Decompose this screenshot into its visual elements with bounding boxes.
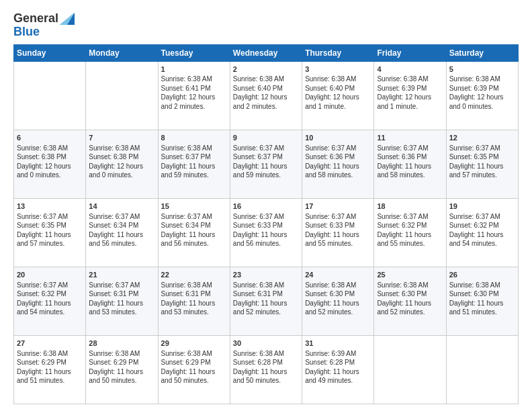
day-info: and 56 minutes. (233, 239, 299, 248)
calendar-cell: 19Sunrise: 6:37 AMSunset: 6:32 PMDayligh… (446, 198, 518, 267)
day-number: 6 (17, 133, 83, 143)
day-info: Sunrise: 6:37 AM (233, 212, 299, 222)
day-number: 8 (161, 133, 227, 143)
day-info: Sunrise: 6:38 AM (17, 144, 83, 153)
day-number: 31 (305, 338, 371, 349)
day-info: Sunset: 6:34 PM (161, 221, 227, 230)
calendar-cell: 14Sunrise: 6:37 AMSunset: 6:34 PMDayligh… (86, 198, 158, 267)
day-info: Sunset: 6:32 PM (17, 289, 83, 299)
calendar-week-row: 27Sunrise: 6:38 AMSunset: 6:29 PMDayligh… (14, 335, 519, 404)
day-number: 28 (89, 338, 154, 349)
day-info: Sunrise: 6:38 AM (233, 75, 299, 84)
calendar-cell: 26Sunrise: 6:38 AMSunset: 6:30 PMDayligh… (446, 267, 518, 335)
day-number: 21 (89, 270, 154, 280)
day-info: and 49 minutes. (305, 376, 371, 385)
day-info: and 57 minutes. (449, 171, 515, 180)
day-info: Daylight: 12 hours (161, 93, 227, 102)
day-info: and 2 minutes. (233, 102, 299, 111)
calendar-cell: 11Sunrise: 6:37 AMSunset: 6:36 PMDayligh… (374, 130, 446, 198)
day-info: and 53 minutes. (89, 308, 154, 317)
day-info: Sunset: 6:30 PM (305, 289, 371, 299)
day-info: and 55 minutes. (305, 239, 371, 248)
day-info: and 0 minutes. (449, 102, 515, 111)
day-info: Sunset: 6:34 PM (89, 221, 154, 230)
calendar-cell (374, 335, 446, 404)
calendar-day-header: Sunday (14, 44, 86, 61)
day-number: 30 (233, 338, 299, 349)
calendar-cell: 7Sunrise: 6:38 AMSunset: 6:38 PMDaylight… (86, 130, 158, 198)
day-info: Sunrise: 6:38 AM (449, 281, 515, 290)
day-info: Daylight: 11 hours (449, 299, 515, 308)
calendar-cell: 3Sunrise: 6:38 AMSunset: 6:40 PMDaylight… (302, 61, 374, 130)
day-info: Sunrise: 6:38 AM (449, 75, 515, 84)
day-number: 20 (17, 270, 83, 280)
calendar-cell: 4Sunrise: 6:38 AMSunset: 6:39 PMDaylight… (374, 61, 446, 130)
calendar-week-row: 6Sunrise: 6:38 AMSunset: 6:38 PMDaylight… (14, 130, 519, 198)
day-info: and 52 minutes. (377, 308, 443, 317)
day-info: Daylight: 11 hours (305, 367, 371, 377)
day-info: and 51 minutes. (17, 376, 83, 385)
day-info: Daylight: 11 hours (89, 230, 154, 240)
day-info: Sunset: 6:37 PM (161, 152, 227, 162)
day-info: Sunset: 6:37 PM (233, 152, 299, 162)
day-info: Sunset: 6:39 PM (377, 84, 443, 93)
day-number: 3 (305, 64, 371, 75)
day-info: Sunrise: 6:38 AM (377, 281, 443, 290)
day-info: and 52 minutes. (305, 308, 371, 317)
logo-bird-icon (60, 13, 75, 25)
day-info: Sunrise: 6:37 AM (17, 212, 83, 222)
day-number: 2 (233, 64, 299, 75)
day-number: 12 (449, 133, 515, 143)
day-info: Daylight: 11 hours (233, 299, 299, 308)
calendar-cell: 27Sunrise: 6:38 AMSunset: 6:29 PMDayligh… (14, 335, 86, 404)
day-info: and 0 minutes. (89, 171, 154, 180)
day-info: Daylight: 11 hours (161, 162, 227, 171)
day-info: Daylight: 11 hours (305, 230, 371, 240)
calendar-header-row: SundayMondayTuesdayWednesdayThursdayFrid… (14, 44, 519, 61)
day-info: and 0 minutes. (17, 171, 83, 180)
day-info: Sunrise: 6:37 AM (305, 212, 371, 222)
day-info: Sunrise: 6:38 AM (161, 281, 227, 290)
day-info: Sunset: 6:28 PM (233, 358, 299, 367)
day-info: Sunrise: 6:38 AM (17, 349, 83, 359)
calendar-table: SundayMondayTuesdayWednesdayThursdayFrid… (13, 44, 519, 404)
day-info: Sunset: 6:38 PM (89, 152, 154, 162)
day-number: 29 (161, 338, 227, 349)
calendar-cell (86, 61, 158, 130)
day-info: Daylight: 11 hours (17, 230, 83, 240)
day-info: Sunrise: 6:38 AM (161, 144, 227, 153)
day-info: Sunrise: 6:37 AM (233, 144, 299, 153)
day-number: 7 (89, 133, 154, 143)
day-info: and 56 minutes. (161, 239, 227, 248)
day-info: Daylight: 11 hours (305, 299, 371, 308)
calendar-cell (14, 61, 86, 130)
day-info: and 59 minutes. (233, 171, 299, 180)
day-info: Sunrise: 6:38 AM (305, 75, 371, 84)
calendar-cell: 17Sunrise: 6:37 AMSunset: 6:33 PMDayligh… (302, 198, 374, 267)
day-number: 25 (377, 270, 443, 280)
day-info: Sunset: 6:40 PM (233, 84, 299, 93)
day-info: Sunrise: 6:38 AM (377, 75, 443, 84)
day-info: and 58 minutes. (377, 171, 443, 180)
day-info: Sunset: 6:29 PM (89, 358, 154, 367)
day-info: Daylight: 11 hours (233, 230, 299, 240)
day-info: Sunrise: 6:37 AM (17, 281, 83, 290)
day-info: Daylight: 11 hours (17, 367, 83, 377)
day-number: 22 (161, 270, 227, 280)
day-info: Sunset: 6:38 PM (17, 152, 83, 162)
day-info: Sunrise: 6:37 AM (449, 212, 515, 222)
calendar-cell: 5Sunrise: 6:38 AMSunset: 6:39 PMDaylight… (446, 61, 518, 130)
day-info: Sunrise: 6:37 AM (89, 212, 154, 222)
day-number: 13 (17, 201, 83, 212)
calendar-cell: 20Sunrise: 6:37 AMSunset: 6:32 PMDayligh… (14, 267, 86, 335)
logo-blue-text: Blue (13, 26, 75, 39)
day-info: Sunset: 6:36 PM (377, 152, 443, 162)
calendar-day-header: Saturday (446, 44, 518, 61)
day-info: Daylight: 11 hours (89, 299, 154, 308)
day-info: Sunrise: 6:37 AM (377, 212, 443, 222)
calendar-cell: 21Sunrise: 6:37 AMSunset: 6:31 PMDayligh… (86, 267, 158, 335)
logo: General Blue (13, 12, 75, 39)
day-info: Sunrise: 6:38 AM (161, 349, 227, 359)
day-info: Sunrise: 6:38 AM (161, 75, 227, 84)
day-info: Sunset: 6:32 PM (377, 221, 443, 230)
